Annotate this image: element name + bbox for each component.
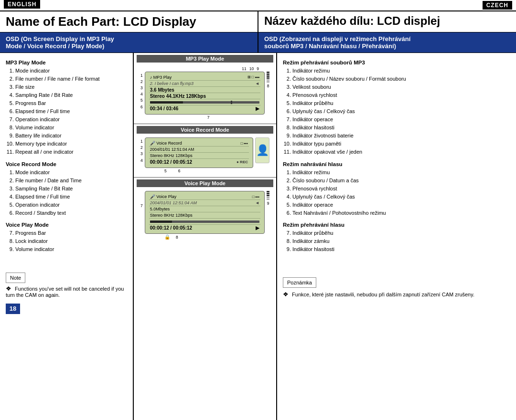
- list-item: Lock indicator: [15, 237, 127, 245]
- list-item: Operation indicator: [15, 201, 127, 209]
- vp-volume-bar: [267, 191, 269, 200]
- list-item: Elapsed time / Full time: [15, 193, 127, 201]
- list-item: File number / File name / File format: [15, 75, 127, 83]
- mp3-top-nums: 11 10 9: [140, 66, 259, 71]
- main-content: MP3 Play Mode Mode indicator File number…: [0, 53, 516, 420]
- list-item: Indikátor typu paměti: [292, 140, 510, 148]
- list-item: File size: [15, 83, 127, 91]
- list-item: Číslo souboru / Název souboru / Formát s…: [292, 75, 510, 83]
- volume-bar: [267, 72, 269, 83]
- vol-num-label: 8: [267, 84, 269, 88]
- list-item: Mode indicator: [15, 67, 127, 75]
- voice-play-title-en: Voice Play Mode: [6, 222, 127, 228]
- mp3-diagram-header: MP3 Play Mode: [137, 55, 273, 63]
- page-container: ENGLISH CZECH Name of Each Part: LCD Dis…: [0, 0, 516, 420]
- mp3-mode-title-en: MP3 Play Mode: [6, 60, 127, 65]
- list-item: Přenosová rychlost: [292, 185, 510, 193]
- osd-english: OSD (On Screen Display in MP3 Play Mode …: [0, 32, 258, 52]
- diamond-icon: ❖: [6, 285, 11, 292]
- list-item: Battery life indicator: [15, 132, 127, 140]
- mp3-row2: 2. I belive I can fly.mp3 ◄: [149, 81, 260, 87]
- list-item: Indikátor hlasitosti: [292, 124, 510, 132]
- mp3-bottom-num: 7: [147, 115, 269, 120]
- list-item: Record / Standby text: [15, 209, 127, 217]
- mp3-progress-bar: [150, 101, 259, 104]
- list-item: Indikátor režimu: [292, 168, 510, 177]
- list-item: Indikátor hlasitosti: [292, 245, 510, 253]
- note-section-en: Note ❖ Functions you've set will not be …: [6, 268, 127, 298]
- diamond-icon-cz: ❖: [283, 291, 289, 298]
- vol-seg: [267, 191, 269, 192]
- lang-header: ENGLISH CZECH: [0, 0, 516, 11]
- mp3-list-cz: Indikátor režimu Číslo souboru / Název s…: [283, 67, 510, 157]
- vp-row2: 2004/01/01 12:51:04 AM ◄: [149, 200, 260, 206]
- list-item: Sampling Rate / Bit Rate: [15, 185, 127, 193]
- vr-bottom-nums: 5 6: [164, 168, 269, 173]
- list-item: Progress Bar: [15, 229, 127, 237]
- mp3-row1: ♪ MP3 Play ⊞ □ ▪▪▪: [149, 74, 260, 81]
- list-item: Text Nahrávání / Pohotovostního režimu: [292, 209, 510, 217]
- osd-row: OSD (On Screen Display in MP3 Play Mode …: [0, 32, 516, 53]
- list-item: Uplynulý čas / Celkový čas: [292, 107, 510, 116]
- list-item: Volume indicator: [15, 124, 127, 132]
- list-item: Indikátor životnosti baterie: [292, 132, 510, 140]
- english-column: MP3 Play Mode Mode indicator File number…: [0, 53, 134, 420]
- page-number: 18: [6, 304, 20, 314]
- voice-record-list-cz: Indikátor režimu Číslo souboru / Datum a…: [283, 168, 510, 217]
- voice-record-title-cz: Režim nahrávání hlasu: [283, 161, 510, 167]
- voice-play-list-en: Progress Bar Lock indicator Volume indic…: [6, 229, 127, 253]
- mp3-list-en: Mode indicator File number / File name /…: [6, 67, 127, 157]
- list-item: Uplynulý čas / Celkový čas: [292, 193, 510, 201]
- czech-column: Režim přehrávání souborů MP3 Indikátor r…: [277, 53, 516, 420]
- list-item: Přenosová rychlost: [292, 91, 510, 99]
- mp3-row4: Stereo 44.1KHz 128Kbps: [149, 93, 260, 99]
- vol-seg: [267, 193, 269, 194]
- vp-row6: 00:00:12 / 00:05:12 ▶: [149, 225, 260, 231]
- title-row: Name of Each Part: LCD Display Název kaž…: [0, 11, 516, 32]
- lang-right-area: CZECH: [258, 0, 516, 10]
- page-number-area: 18: [6, 304, 127, 314]
- mp3-progress-thumb: [231, 101, 232, 104]
- list-item: Sampling Rate / Bit Rate: [15, 91, 127, 99]
- note-section-cz: Poznámka ❖ Funkce, které jste nastavili,…: [283, 273, 510, 298]
- list-item: Indikátor operace: [292, 116, 510, 124]
- list-item: Indikátor průběhu: [292, 229, 510, 237]
- list-item: Elapsed time / Full time: [15, 107, 127, 116]
- mp3-right-side: 8: [267, 72, 269, 88]
- note-text-cz: ❖ Funkce, které jste nastavili, nebudou …: [283, 291, 510, 298]
- voice-record-title-en: Voice Record Mode: [6, 161, 127, 167]
- vr-row4: 00:00:12 / 00:05:12 ● REC: [149, 159, 249, 165]
- voice-play-title-cz: Režim přehrávání hlasu: [283, 222, 510, 228]
- diagrams-column: MP3 Play Mode 11 10 9 1 2 3 4: [134, 53, 277, 420]
- mp3-lcd-screen: ♪ MP3 Play ⊞ □ ▪▪▪ 2. I belive I can fly…: [145, 72, 265, 115]
- list-item: File number / Date and Time: [15, 177, 127, 185]
- list-item: Indikátor režimu: [292, 67, 510, 75]
- title-czech: Název každého dílu: LCD displej: [258, 11, 516, 32]
- poznamka-box: Poznámka: [283, 277, 316, 288]
- vp-row4: Stereo 8KHz 128Kbps: [149, 212, 260, 219]
- note-text-en: ❖ Functions you've set will not be cance…: [6, 285, 127, 298]
- vp-bottom-area: 🔒 8: [164, 234, 269, 240]
- vr-row2: 2004/01/01 12:51:04 AM: [149, 147, 249, 153]
- vp-progress-bar: [150, 220, 259, 223]
- mp3-diagram-area: 11 10 9 1 2 3 4 5 6: [137, 64, 273, 122]
- voice-play-list-cz: Indikátor průběhu Indikátor zámku Indiká…: [283, 229, 510, 253]
- list-item: Indikátor průběhu: [292, 99, 510, 107]
- mp3-row5: [149, 99, 260, 105]
- list-item: Operation indicator: [15, 116, 127, 124]
- vol-seg: [267, 79, 269, 81]
- list-item: Velikost souboru: [292, 83, 510, 91]
- vol-seg: [267, 77, 269, 79]
- mp3-progress-fill: [150, 101, 183, 104]
- list-item: Volume indicator: [15, 245, 127, 253]
- voice-play-area: 7 🎤 Voice Play □ ▪▪▪: [137, 189, 273, 242]
- vp-right-side: 9: [267, 191, 269, 206]
- voice-record-wrapper: 1 2 3 4 🎤 Voice Record □ ▪▪▪: [140, 137, 269, 168]
- vr-row1: 🎤 Voice Record □ ▪▪▪: [149, 140, 249, 147]
- list-item: Indikátor zámku: [292, 237, 510, 245]
- mp3-row6: 00:34 / 03:46 ▶: [149, 105, 260, 112]
- title-english: Name of Each Part: LCD Display: [0, 11, 258, 32]
- voice-record-lcd: 🎤 Voice Record □ ▪▪▪ 2004/01/01 12:51:04…: [145, 137, 253, 168]
- mp3-screen-wrapper: 1 2 3 4 5 6 ♪ MP3 Play: [140, 72, 269, 115]
- list-item: Repeat all / one indicator: [15, 148, 127, 156]
